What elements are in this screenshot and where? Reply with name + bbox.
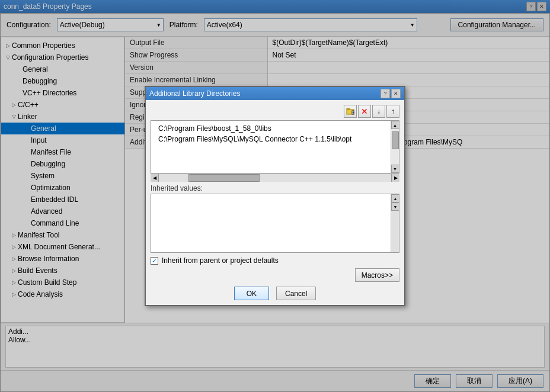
modal-cancel-button[interactable]: Cancel <box>276 287 316 300</box>
modal-overlay: Additional Library Directories ? ✕ ✕ ↓ ↑… <box>0 0 550 392</box>
inherit-checkbox[interactable]: ✓ <box>151 257 158 265</box>
inherit-checkbox-row: ✓ Inherit from parent or project default… <box>151 256 399 265</box>
list-item-boost[interactable]: C:\Program Files\boost_1_58_0\libs <box>155 123 388 134</box>
macros-button[interactable]: Macros>> <box>355 268 399 282</box>
scroll-up-arrow[interactable]: ▲ <box>391 121 399 129</box>
inherit-checkbox-label: Inherit from parent or project defaults <box>162 256 279 265</box>
scroll-left-arrow[interactable]: ◀ <box>151 174 159 182</box>
modal-toolbar: ✕ ↓ ↑ <box>151 105 399 118</box>
scroll-right-arrow[interactable]: ▶ <box>391 174 399 182</box>
inherited-values-box: ▲ ▼ <box>151 194 399 253</box>
modal-title-bar: Additional Library Directories ? ✕ <box>146 87 404 100</box>
modal-ok-cancel-row: OK Cancel <box>151 287 399 300</box>
inherited-scrollbar[interactable]: ▲ ▼ <box>391 194 399 252</box>
inherited-scroll-up[interactable]: ▲ <box>391 194 399 203</box>
list-item-mysql[interactable]: C:\Program Files\MySQL\MySQL Connector C… <box>155 134 388 144</box>
modal-ok-button[interactable]: OK <box>234 287 269 300</box>
directories-listbox[interactable]: C:\Program Files\boost_1_58_0\libs C:\Pr… <box>151 120 399 173</box>
modal-body: ✕ ↓ ↑ C:\Program Files\boost_1_58_0\libs… <box>146 100 404 305</box>
checkbox-check-icon: ✓ <box>152 257 157 265</box>
inherited-values-label: Inherited values: <box>151 184 399 192</box>
modal-close-button[interactable]: ✕ <box>391 89 401 98</box>
listbox-scrollbar[interactable]: ▲ ▼ <box>391 121 399 173</box>
scroll-down-arrow[interactable]: ▼ <box>391 165 399 173</box>
new-folder-button[interactable] <box>344 105 357 118</box>
modal-title-buttons: ? ✕ <box>380 89 401 98</box>
additional-lib-dirs-dialog: Additional Library Directories ? ✕ ✕ ↓ ↑… <box>145 86 405 306</box>
modal-action-buttons: Macros>> <box>355 268 399 282</box>
modal-title-text: Additional Library Directories <box>149 89 240 98</box>
delete-button[interactable]: ✕ <box>358 105 371 118</box>
modal-help-button[interactable]: ? <box>380 89 390 98</box>
horizontal-scrollbar[interactable]: ◀ ▶ <box>151 173 399 182</box>
modal-actions: Macros>> <box>151 268 399 282</box>
scroll-thumb[interactable] <box>392 131 399 149</box>
inherited-scroll-down[interactable]: ▼ <box>391 203 399 211</box>
hscroll-track <box>159 174 391 182</box>
hscroll-thumb[interactable] <box>188 174 260 182</box>
move-up-button[interactable]: ↑ <box>386 105 399 118</box>
move-down-button[interactable]: ↓ <box>372 105 385 118</box>
